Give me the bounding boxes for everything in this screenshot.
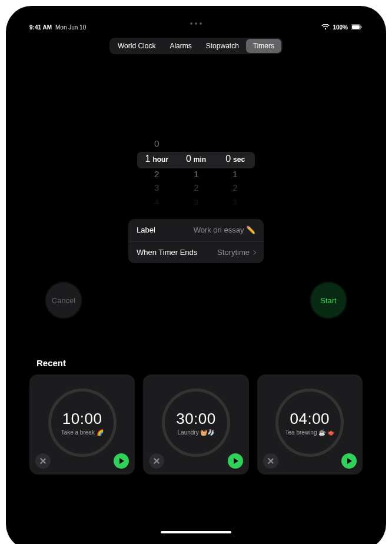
svg-rect-1 <box>352 25 360 29</box>
battery-percent: 100% <box>333 24 348 31</box>
play-icon <box>119 458 124 464</box>
timer-label: Laundry 🧺🧦 <box>178 429 215 436</box>
chevron-right-icon <box>251 250 256 254</box>
when-timer-ends-row[interactable]: When Timer Ends Storytime <box>128 241 264 263</box>
close-icon <box>154 458 160 464</box>
status-time: 9:41 AM <box>29 24 52 31</box>
tab-timers[interactable]: Timers <box>246 39 281 53</box>
picker-value: 2 <box>179 182 214 194</box>
picker-value: 1 <box>217 168 254 181</box>
cancel-button[interactable]: Cancel <box>45 281 82 319</box>
play-icon <box>234 458 238 464</box>
picker-minutes-column[interactable]: 0 min 1 2 3 <box>177 137 216 201</box>
picker-value: 2 <box>218 182 253 194</box>
timer-label: Tea brewing ☕️ 🫖 <box>285 429 334 436</box>
delete-timer-button[interactable] <box>263 453 278 469</box>
tab-stopwatch[interactable]: Stopwatch <box>199 39 246 53</box>
recent-timer-card[interactable]: 04:00Tea brewing ☕️ 🫖 <box>257 374 363 475</box>
tab-alarms[interactable]: Alarms <box>162 39 198 53</box>
delete-timer-button[interactable] <box>149 453 164 469</box>
picker-selected-seconds: 0 sec <box>215 151 255 167</box>
picker-value: 2 <box>138 168 175 181</box>
home-indicator[interactable] <box>161 531 231 533</box>
recent-timer-card[interactable]: 30:00Laundry 🧺🧦 <box>143 374 248 475</box>
svg-rect-2 <box>361 26 363 28</box>
recent-timer-card[interactable]: 10:00Take a break 🌈 <box>29 374 135 475</box>
recent-section-title: Recent <box>36 358 66 368</box>
timer-duration: 10:00 <box>62 410 102 428</box>
timer-dial: 04:00Tea brewing ☕️ 🫖 <box>275 389 344 457</box>
timer-dial: 10:00Take a break 🌈 <box>48 389 117 457</box>
ipad-device-frame: 9:41 AM Mon Jun 10 100% World ClockAlarm… <box>6 6 386 544</box>
picker-value: 3 <box>139 182 174 194</box>
delete-timer-button[interactable] <box>35 453 51 469</box>
ends-key: When Timer Ends <box>137 248 197 257</box>
start-timer-button[interactable] <box>228 453 243 469</box>
timer-settings-list: Label Work on essay ✏️ When Timer Ends S… <box>128 219 264 263</box>
multitask-indicator[interactable] <box>190 22 202 25</box>
recent-timers-row: 10:00Take a break 🌈30:00Laundry 🧺🧦04:00T… <box>29 374 363 475</box>
battery-icon <box>351 24 363 30</box>
label-row[interactable]: Label Work on essay ✏️ <box>128 219 264 241</box>
label-key: Label <box>137 225 155 234</box>
picker-hours-column[interactable]: 0 1 hour 2 3 4 <box>137 137 177 201</box>
start-timer-button[interactable] <box>341 453 357 469</box>
close-icon <box>40 458 46 464</box>
timer-duration: 30:00 <box>176 410 216 428</box>
wifi-icon <box>321 24 330 30</box>
tab-world-clock[interactable]: World Clock <box>111 39 162 53</box>
start-timer-button[interactable] <box>114 453 129 469</box>
ends-value: Storytime <box>217 248 250 257</box>
mode-segmented-control[interactable]: World ClockAlarmsStopwatchTimers <box>109 38 283 54</box>
timer-duration: 04:00 <box>290 410 330 428</box>
picker-value: 3 <box>220 197 251 208</box>
play-icon <box>347 458 352 464</box>
timer-label: Take a break 🌈 <box>61 429 104 436</box>
duration-picker[interactable]: 0 1 hour 2 3 4 0 min 1 2 3 <box>137 137 255 201</box>
label-value: Work on essay ✏️ <box>194 225 255 234</box>
picker-value: 0 <box>138 137 175 151</box>
screen: 9:41 AM Mon Jun 10 100% World ClockAlarm… <box>19 19 373 537</box>
picker-selected-minutes: 0 min <box>177 151 216 167</box>
close-icon <box>268 458 274 464</box>
start-button[interactable]: Start <box>310 281 347 319</box>
timer-dial: 30:00Laundry 🧺🧦 <box>162 389 230 457</box>
picker-value: 4 <box>141 197 172 208</box>
status-date: Mon Jun 10 <box>55 24 86 31</box>
picker-value: 1 <box>177 168 214 181</box>
picker-seconds-column[interactable]: 0 sec 1 2 3 <box>215 137 255 201</box>
picker-selected-hours: 1 hour <box>137 151 177 167</box>
picker-value: 3 <box>180 197 211 208</box>
